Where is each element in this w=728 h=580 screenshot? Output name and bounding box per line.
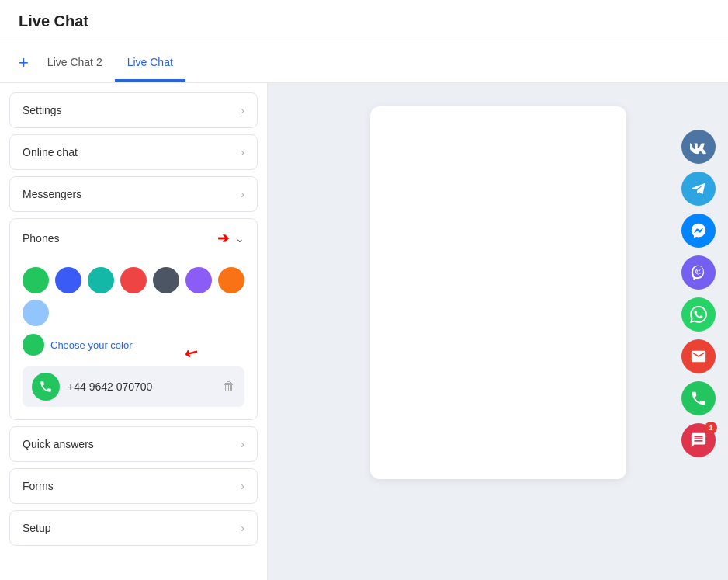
- sidebar: Settings › Online chat › Messengers › Ph…: [0, 83, 268, 580]
- chevron-right-icon: ›: [241, 104, 244, 116]
- setup-label: Setup: [23, 522, 51, 534]
- settings-label: Settings: [23, 104, 62, 116]
- sidebar-item-settings[interactable]: Settings ›: [9, 92, 258, 128]
- annotation-arrow-right: ➔: [217, 230, 229, 247]
- fab-viber-button[interactable]: [681, 255, 716, 290]
- choose-color-row: Choose your color: [23, 334, 244, 356]
- delete-phone-button[interactable]: 🗑: [223, 380, 235, 394]
- tab-live-chat-2[interactable]: Live Chat 2: [35, 45, 115, 82]
- phones-body: Choose your color ↙ +44 9642 070700 🗑: [10, 258, 257, 419]
- chat-badge: 1: [705, 422, 717, 434]
- phone-icon: [32, 373, 60, 401]
- phones-header-right: ➔ ⌄: [217, 230, 244, 247]
- phone-number: +44 9642 070700: [68, 380, 215, 393]
- color-blue[interactable]: [55, 267, 81, 293]
- color-teal[interactable]: [88, 267, 114, 293]
- color-palette: [23, 267, 244, 326]
- tabs-bar: + Live Chat 2 Live Chat: [0, 43, 728, 83]
- add-tab-button[interactable]: +: [12, 43, 35, 82]
- chevron-right-icon: ›: [241, 522, 244, 534]
- page-title: Live Chat: [19, 12, 88, 30]
- floating-buttons: 1: [681, 130, 716, 457]
- color-green[interactable]: [23, 267, 49, 293]
- chevron-right-icon: ›: [241, 480, 244, 492]
- sidebar-item-messengers[interactable]: Messengers ›: [9, 176, 258, 212]
- forms-label: Forms: [23, 480, 54, 492]
- sidebar-item-forms[interactable]: Forms ›: [9, 468, 258, 504]
- fab-telegram-button[interactable]: [681, 172, 716, 206]
- chevron-right-icon: ›: [241, 438, 244, 450]
- messengers-label: Messengers: [23, 188, 81, 200]
- color-purple[interactable]: [185, 267, 212, 293]
- main-layout: Settings › Online chat › Messengers › Ph…: [0, 83, 728, 580]
- phones-section: Phones ➔ ⌄: [9, 218, 258, 420]
- fab-email-button[interactable]: [681, 339, 716, 373]
- chevron-right-icon: ›: [241, 146, 244, 158]
- phone-entry-wrapper: ↙ +44 9642 070700 🗑: [23, 366, 244, 407]
- color-light-blue[interactable]: [23, 300, 49, 326]
- content-area: 1: [268, 83, 728, 580]
- phones-header[interactable]: Phones ➔ ⌄: [10, 219, 257, 258]
- phone-entry: +44 9642 070700 🗑: [23, 366, 244, 407]
- choose-color-label[interactable]: Choose your color: [50, 339, 133, 351]
- online-chat-label: Online chat: [23, 146, 78, 158]
- preview-card: [370, 106, 626, 479]
- chevron-right-icon: ›: [241, 188, 244, 200]
- fab-chat-button[interactable]: 1: [681, 423, 716, 457]
- tab-live-chat[interactable]: Live Chat: [115, 45, 185, 82]
- color-gray[interactable]: [153, 267, 179, 293]
- choose-color-dot[interactable]: [23, 334, 44, 356]
- chevron-down-icon: ⌄: [235, 232, 244, 245]
- fab-whatsapp-button[interactable]: [681, 297, 716, 332]
- quick-answers-label: Quick answers: [23, 438, 94, 450]
- sidebar-item-online-chat[interactable]: Online chat ›: [9, 134, 258, 170]
- fab-messenger-button[interactable]: [681, 214, 716, 248]
- sidebar-item-quick-answers[interactable]: Quick answers ›: [9, 426, 258, 462]
- fab-vk-button[interactable]: [681, 130, 716, 164]
- phones-label: Phones: [23, 232, 59, 245]
- fab-phone-button[interactable]: [681, 381, 716, 415]
- sidebar-item-setup[interactable]: Setup ›: [9, 510, 258, 546]
- color-orange[interactable]: [218, 267, 244, 293]
- color-red[interactable]: [120, 267, 147, 293]
- header: Live Chat: [0, 0, 728, 43]
